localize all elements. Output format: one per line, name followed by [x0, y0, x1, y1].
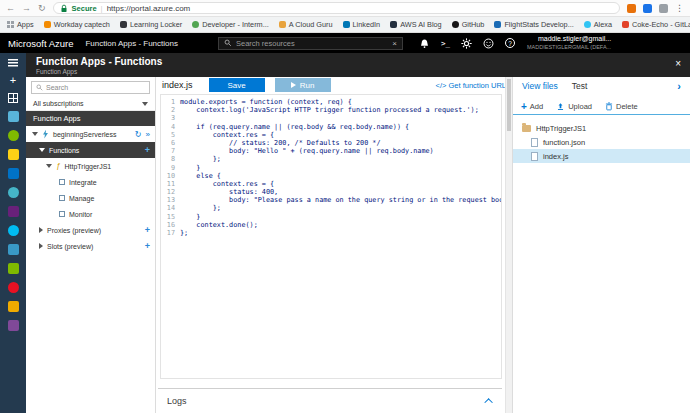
upload-file-button[interactable]: Upload — [556, 102, 592, 111]
hamburger-menu-icon[interactable] — [8, 59, 18, 67]
virtual-networks-icon[interactable] — [8, 263, 19, 274]
bookmark-item[interactable]: Coke-Echo - GitLab — [622, 20, 690, 29]
function-apps-icon[interactable] — [8, 149, 19, 160]
tree-item-integrate[interactable]: Integrate — [26, 174, 155, 190]
code-editor[interactable]: 1module.exports = function (context, req… — [160, 94, 502, 379]
back-icon[interactable]: ← — [6, 4, 15, 13]
monitor-service-icon[interactable] — [8, 301, 19, 312]
file-row[interactable]: function.json — [513, 135, 690, 149]
load-balancers-icon[interactable] — [8, 225, 19, 236]
file-icon — [531, 152, 538, 161]
tree-item-function-app[interactable]: beginningServerless ↻ » — [26, 126, 155, 142]
code-text: }; — [180, 229, 188, 237]
expander-icon[interactable] — [39, 243, 43, 249]
app-services-icon[interactable] — [8, 130, 19, 141]
tree-item-slots[interactable]: Slots (preview) + — [26, 238, 155, 254]
integrate-icon — [59, 179, 65, 185]
active-directory-icon[interactable] — [8, 282, 19, 293]
tree-item-functions[interactable]: Functions + — [26, 142, 155, 158]
account-info[interactable]: maddie.stigler@gmail... MADDIESTIGLERGMA… — [527, 35, 611, 51]
expander-icon[interactable] — [32, 132, 38, 136]
line-number: 2 — [161, 106, 180, 114]
code-text: status: 400, — [180, 188, 278, 196]
storage-accounts-icon[interactable] — [8, 244, 19, 255]
favicon — [452, 21, 459, 28]
all-resources-icon[interactable] — [8, 111, 19, 122]
add-proxy-icon[interactable]: + — [145, 226, 150, 235]
open-file-name: index.js — [162, 80, 193, 90]
save-button[interactable]: Save — [209, 78, 265, 92]
cloud-shell-icon[interactable]: >_ — [441, 39, 450, 48]
bookmark-item[interactable]: Learning Locker — [120, 20, 182, 29]
open-blade-icon[interactable]: » — [146, 130, 150, 139]
bookmark-item[interactable]: A Cloud Guru — [279, 20, 333, 29]
get-function-url-link[interactable]: </> Get function URL — [436, 81, 506, 90]
plus-icon: + — [521, 102, 527, 112]
add-slot-icon[interactable]: + — [145, 242, 150, 251]
bookmark-label: Developer - Interm... — [202, 20, 269, 29]
clear-search-icon[interactable]: × — [392, 39, 397, 48]
expander-icon[interactable] — [39, 227, 43, 233]
bookmark-item[interactable]: AWS AI Blog — [390, 20, 442, 29]
notifications-bell-icon[interactable] — [419, 38, 430, 49]
tree-item-manage[interactable]: Manage — [26, 190, 155, 206]
expander-icon[interactable] — [46, 164, 52, 168]
tree-item-proxies[interactable]: Proxies (preview) + — [26, 222, 155, 238]
file-tree: HttpTriggerJS1 function.json index.js — [513, 115, 690, 163]
help-icon[interactable]: ? — [505, 38, 515, 48]
bookmark-item[interactable]: LinkedIn — [343, 20, 381, 29]
settings-gear-icon[interactable] — [461, 38, 472, 49]
tab-view-files[interactable]: View files — [522, 81, 558, 91]
extension-icon[interactable] — [643, 4, 652, 13]
expander-icon[interactable] — [39, 148, 45, 152]
forward-icon[interactable]: → — [22, 4, 31, 13]
bookmark-item[interactable]: Developer - Interm... — [192, 20, 269, 29]
function-apps-header[interactable]: Function Apps — [26, 111, 155, 126]
resource-search-input[interactable]: Search resources × — [218, 37, 403, 50]
feedback-smiley-icon[interactable] — [483, 38, 494, 49]
add-file-button[interactable]: + Add — [521, 102, 543, 112]
advisor-icon[interactable] — [8, 320, 19, 331]
address-bar[interactable]: Secure | https://portal.azure.com — [53, 2, 620, 14]
bookmark-item[interactable]: GitHub — [452, 20, 485, 29]
code-text: }; — [180, 155, 221, 163]
add-function-icon[interactable]: + — [145, 146, 150, 155]
file-row-selected[interactable]: index.js — [513, 149, 690, 163]
azure-brand[interactable]: Microsoft Azure — [8, 38, 73, 49]
favicon — [390, 21, 397, 28]
expand-panel-icon[interactable]: › — [677, 80, 681, 92]
line-number: 14 — [161, 204, 180, 212]
chevron-up-icon[interactable] — [484, 398, 492, 406]
dashboard-icon[interactable] — [8, 93, 18, 103]
apps-launcher[interactable]: Apps — [7, 20, 34, 29]
virtual-machines-icon[interactable] — [8, 206, 19, 217]
scrollbar-thumb[interactable] — [507, 79, 511, 131]
reload-icon[interactable]: ↻ — [38, 4, 46, 13]
extension-icon[interactable] — [627, 4, 636, 13]
logs-panel-header[interactable]: Logs — [158, 388, 502, 413]
tree-item-monitor[interactable]: Monitor — [26, 206, 155, 222]
bookmark-item[interactable]: Alexa — [584, 20, 612, 29]
run-button[interactable]: Run — [275, 78, 331, 92]
search-icon — [36, 84, 43, 91]
bookmark-item[interactable]: FlightStats Develop... — [494, 20, 573, 29]
sidebar-search-input[interactable]: Search — [31, 81, 150, 94]
code-text: } — [180, 164, 200, 172]
folder-row[interactable]: HttpTriggerJS1 — [513, 121, 690, 135]
close-blade-icon[interactable]: × — [675, 58, 681, 69]
browser-menu-icon[interactable]: ⋮ — [675, 3, 684, 13]
new-resource-icon[interactable]: + — [10, 75, 16, 85]
code-text: body: "Please pass a name on the query s… — [180, 196, 502, 204]
extension-icon[interactable] — [659, 4, 668, 13]
tab-test[interactable]: Test — [572, 81, 588, 91]
subscriptions-dropdown[interactable]: All subscriptions — [26, 97, 155, 111]
bookmark-item[interactable]: Workday captech — [44, 20, 110, 29]
upload-icon — [556, 102, 565, 111]
tree-item-httptriggerjs1[interactable]: ƒ HttpTriggerJS1 — [26, 158, 155, 174]
sql-databases-icon[interactable] — [8, 168, 19, 179]
delete-file-button[interactable]: Delete — [605, 102, 638, 111]
vertical-scrollbar[interactable] — [505, 77, 512, 413]
refresh-icon[interactable]: ↻ — [135, 130, 142, 139]
cosmos-db-icon[interactable] — [8, 187, 19, 198]
azure-breadcrumb[interactable]: Function Apps - Functions — [85, 39, 178, 48]
